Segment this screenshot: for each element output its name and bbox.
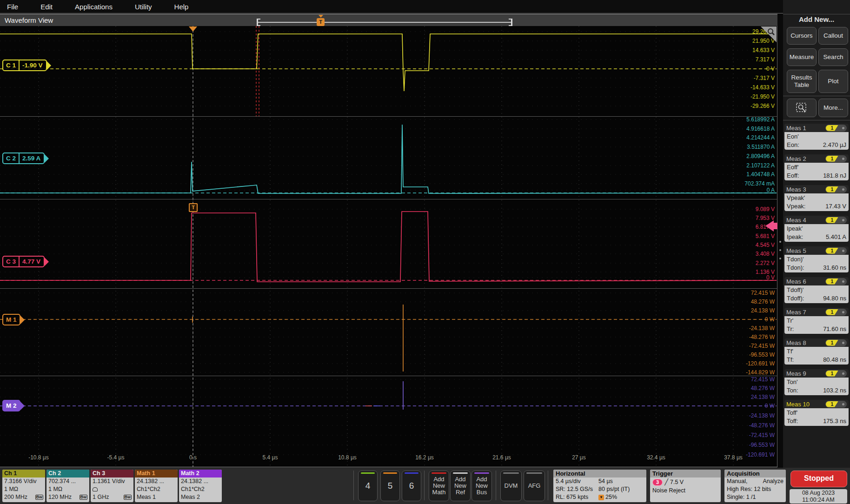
afg-button[interactable]: AFG	[524, 471, 545, 501]
meas-name: Meas 4	[786, 217, 806, 224]
add-new-title: Add New...	[783, 15, 850, 23]
more-button[interactable]: More...	[818, 99, 848, 117]
c2-scale-label: 3.511870 A	[719, 143, 775, 151]
horizontal-settings-card[interactable]: Horizontal 5.4 µs/div54 µs SR: 12.5 GS/s…	[553, 470, 646, 502]
meas-card-1[interactable]: Meas 11Eon'Eon:2.470 µJ	[784, 124, 849, 150]
meas-value: 181.8 nJ	[823, 172, 846, 179]
channel-card-ch2[interactable]: Ch 2702.374 ...1 MΩ120 MHzBw	[46, 470, 89, 502]
meas-card-6[interactable]: Meas 61Tdoff)'Tdoff):94.80 ns	[784, 277, 849, 303]
time-axis-label: 10.8 µs	[329, 454, 366, 461]
meas-expression: Ton'	[787, 378, 846, 385]
bandwidth-icon: Bw	[35, 495, 44, 500]
meas-card-10[interactable]: Meas 101Toff'Toff:175.3 ns	[784, 400, 849, 426]
add-new-measure-button[interactable]: Measure	[787, 48, 817, 66]
meas-expression: Eon'	[787, 133, 846, 140]
horizontal-span: 54 µs	[598, 477, 613, 485]
menu-help[interactable]: Help	[174, 3, 189, 11]
meas-card-2[interactable]: Meas 21Eoff'Eoff:181.8 nJ	[784, 154, 849, 180]
meas-source-badge[interactable]: 1	[825, 278, 847, 285]
channel-6-button[interactable]: 6	[402, 471, 421, 501]
channel-4-button[interactable]: 4	[358, 471, 378, 501]
meas-label: Tr:	[787, 325, 794, 332]
trigger-settings-card[interactable]: Trigger 3 ╱ 7.5 V Noise Reject	[650, 470, 721, 502]
menu-file[interactable]: File	[7, 3, 18, 11]
meas-name: Meas 3	[786, 186, 806, 193]
meas-card-7[interactable]: Meas 71Tr'Tr:71.60 ns	[784, 308, 849, 334]
channel-card-row: 24.1382 ...	[137, 477, 164, 485]
add-new-cursors-button[interactable]: Cursors	[787, 27, 817, 45]
record-view-bar[interactable]	[257, 22, 512, 23]
meas-source-badge[interactable]: 1	[825, 401, 847, 408]
m1-scale-label: -48.276 W	[719, 333, 775, 341]
channel-card-math2[interactable]: Math 224.1382 ...Ch1*Ch2Meas 2	[179, 470, 222, 502]
menu-edit[interactable]: Edit	[40, 3, 53, 11]
channel-card-ch3[interactable]: Ch 31.1361 V/div1 GHzBw	[91, 470, 133, 502]
m1-scale-label: -24.138 W	[719, 325, 775, 332]
channel-card-math1[interactable]: Math 124.1382 ...Ch1*Ch2Meas 1	[135, 470, 178, 502]
meas-name: Meas 1	[786, 125, 806, 132]
channel-badge-m2[interactable]: M 2	[2, 400, 20, 411]
add-new-math-button[interactable]: Add New Math	[429, 471, 449, 501]
meas-source-badge[interactable]: 1	[825, 309, 847, 316]
panel-drag-handle[interactable]	[779, 241, 782, 259]
meas-source-badge[interactable]: 1	[825, 247, 847, 254]
meas-source-badge[interactable]: 1	[825, 339, 847, 346]
trigger-position-marker-icon[interactable]	[189, 27, 197, 32]
meas-source-badge[interactable]: 1	[825, 217, 847, 224]
oscilloscope-screen: FileEditApplicationsUtilityHelp Tektroni…	[0, 0, 850, 504]
meas-source-badge[interactable]: 1	[825, 370, 847, 377]
record-view-right-bracket[interactable]	[511, 19, 512, 26]
record-view-trigger-icon[interactable]: T	[317, 18, 325, 26]
meas-expression: Ipeak'	[787, 225, 846, 232]
record-view-left-bracket[interactable]	[257, 19, 258, 26]
acquisition-settings-card[interactable]: Acquisition Manual,Analyze High Res: 12 …	[724, 470, 786, 502]
channel-card-row: 1 MΩ	[4, 485, 18, 493]
channel-badge-c1[interactable]: C 1 -1.90 V	[2, 60, 47, 71]
channel-card-ch1[interactable]: Ch 17.3166 V/div1 MΩ200 MHzBw	[2, 470, 45, 502]
meas-source-badge[interactable]: 1	[825, 186, 847, 193]
trigger-level-badge[interactable]: T	[189, 203, 198, 212]
add-new-results-table-button[interactable]: Results Table	[787, 70, 817, 93]
add-new-ref-button[interactable]: Add New Ref	[450, 471, 471, 501]
meas-card-5[interactable]: Meas 51Tdon)'Tdon):31.60 ns	[784, 246, 849, 272]
record-length: RL: 675 kpts	[556, 493, 588, 501]
stopped-button[interactable]: Stopped	[790, 471, 847, 487]
channel-badge-c2[interactable]: C 2 2.59 A	[2, 153, 45, 164]
meas-source-badge[interactable]: 1	[825, 125, 847, 132]
m1-scale-label: -120.691 W	[719, 360, 775, 367]
meas-label: Ipeak:	[787, 233, 803, 240]
zoom-select-button[interactable]	[787, 99, 817, 117]
add-new-bus-button[interactable]: Add New Bus	[471, 471, 492, 501]
time-axis-label: -5.4 µs	[97, 454, 134, 461]
tab-waveform-view[interactable]: Waveform View	[5, 16, 53, 24]
add-new-callout-button[interactable]: Callout	[818, 27, 848, 45]
menu-utility[interactable]: Utility	[135, 3, 152, 11]
c1-scale-label: -14.633 V	[719, 84, 775, 91]
measurement-annotation-arrow-icon[interactable]	[765, 220, 774, 232]
m2-scale-label: -48.276 W	[719, 422, 775, 429]
channel-5-button[interactable]: 5	[380, 471, 400, 501]
m2-scale-label: -72.415 W	[719, 431, 775, 439]
plot-right-border	[777, 26, 777, 467]
c3-scale-label: 2.272 V	[719, 259, 775, 267]
channel-badge-m1[interactable]: M 1	[2, 314, 20, 325]
meas-card-8[interactable]: Meas 81Tf'Tf:80.48 ns	[784, 338, 849, 365]
m1-scale-label: 24.138 W	[719, 307, 775, 314]
c1-scale-label: -21.950 V	[719, 93, 775, 100]
menu-applications[interactable]: Applications	[75, 3, 113, 11]
add-new-search-button[interactable]: Search	[818, 48, 848, 66]
dvm-button[interactable]: DVM	[500, 471, 522, 501]
time-axis-label: 27 µs	[560, 454, 598, 461]
meas-expression: Vpeak'	[787, 194, 846, 201]
m2-scale-label: 72.415 W	[719, 376, 775, 383]
channel-card-title: Ch 3	[91, 470, 133, 477]
channel-card-row: Ch1*Ch2	[181, 485, 205, 493]
add-new-plot-button[interactable]: Plot	[818, 70, 848, 93]
meas-card-4[interactable]: Meas 41Ipeak'Ipeak:5.401 A	[784, 216, 849, 242]
slice-separator	[0, 199, 777, 199]
meas-card-3[interactable]: Meas 31Vpeak'Vpeak:17.43 V	[784, 185, 849, 211]
meas-card-9[interactable]: Meas 91Ton'Ton:103.2 ns	[784, 369, 849, 395]
meas-source-badge[interactable]: 1	[825, 155, 847, 162]
acquisition-analyze: Analyze	[763, 477, 784, 485]
channel-badge-c3[interactable]: C 3 4.77 V	[2, 256, 45, 267]
